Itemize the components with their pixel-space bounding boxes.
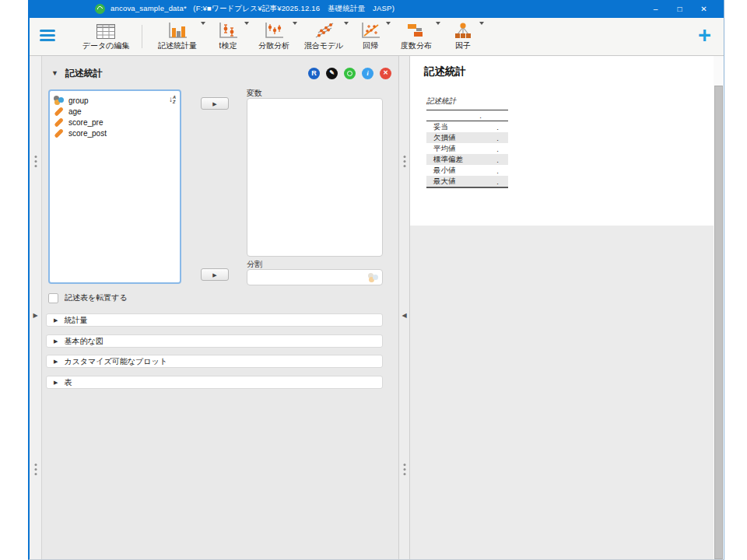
section-label: 統計量 xyxy=(64,315,87,326)
row-label: 欠損値 xyxy=(433,133,456,143)
arrow-right-icon: ▶ xyxy=(212,272,216,278)
jasp-window: ancova_sample_data* (F:¥■ワードプレス¥記事¥2025.… xyxy=(28,0,724,560)
collapse-left-icon[interactable]: ◀ xyxy=(402,313,406,319)
window-title: ancova_sample_data* (F:¥■ワードプレス¥記事¥2025.… xyxy=(110,4,395,14)
nominal-variable-icon xyxy=(368,273,378,282)
dropdown-caret-icon xyxy=(293,22,297,25)
add-analysis-button[interactable]: + xyxy=(698,24,711,50)
transpose-checkbox[interactable] xyxy=(48,293,58,303)
transpose-option[interactable]: 記述表を転置する xyxy=(48,292,128,303)
toolbar-item-anova[interactable]: 分散分析 xyxy=(250,18,298,55)
expand-right-icon: ▶ xyxy=(54,359,58,364)
drag-handle-icon[interactable] xyxy=(34,156,37,167)
section-statistics[interactable]: ▶ 統計量 xyxy=(46,313,383,327)
variable-name: score_post xyxy=(68,129,107,138)
toolbar-item-regression[interactable]: 回帰 xyxy=(349,18,391,55)
section-basic-plots[interactable]: ▶ 基本的な図 xyxy=(46,334,383,348)
row-value: . xyxy=(496,156,499,164)
toolbar-item-factor[interactable]: 因子 xyxy=(441,18,485,55)
variable-item[interactable]: score_post xyxy=(54,128,176,138)
dropdown-caret-icon xyxy=(386,22,391,25)
toolbar-label: 記述統計量 xyxy=(158,40,197,51)
title-bar: ancova_sample_data* (F:¥■ワードプレス¥記事¥2025.… xyxy=(30,0,724,18)
scrollbar-thumb[interactable] xyxy=(714,86,723,559)
table-row: 最大値 . xyxy=(426,176,508,187)
left-edge-strip: ▶ xyxy=(30,56,42,559)
toolbar-item-descriptives[interactable]: 記述統計量 xyxy=(149,18,206,55)
analysis-header-icons: R ✎ i ✕ xyxy=(308,68,391,79)
row-value: . xyxy=(496,123,499,131)
r-syntax-icon[interactable]: R xyxy=(308,68,320,79)
duplicate-analysis-icon[interactable] xyxy=(344,68,356,79)
section-label: 表 xyxy=(64,377,72,388)
assign-split-button[interactable]: ▶ xyxy=(201,268,229,281)
table-row: 妥当 . xyxy=(426,121,508,132)
regression-icon xyxy=(360,21,381,39)
split-target-box[interactable] xyxy=(247,269,383,285)
analysis-header[interactable]: ▼ 記述統計 R ✎ i ✕ xyxy=(51,66,391,80)
variables-label: 変数 xyxy=(247,88,262,99)
row-label: 最小値 xyxy=(433,166,456,176)
maximize-button[interactable]: □ xyxy=(668,0,692,18)
descriptives-table: 記述統計 . 妥当 . 欠損値 . 平均 xyxy=(426,96,508,188)
panel-splitter[interactable]: ◀ xyxy=(398,56,410,559)
section-label: 基本的な図 xyxy=(64,336,103,347)
info-icon[interactable]: i xyxy=(362,68,374,79)
table-row: 最小値 . xyxy=(426,165,508,176)
main-area: ▶ ▼ 記述統計 R ✎ i ✕ group xyxy=(30,56,724,559)
row-value: . xyxy=(496,134,499,142)
nominal-variable-icon xyxy=(54,96,64,105)
analysis-options-panel: ▼ 記述統計 R ✎ i ✕ group age xyxy=(42,56,398,559)
toolbar-label: 混合モデル xyxy=(304,40,344,51)
row-value: . xyxy=(496,166,499,175)
toolbar-item-mixed-models[interactable]: 混合モデル xyxy=(298,18,349,55)
drag-handle-icon[interactable] xyxy=(403,464,405,475)
toolbar-label: データの編集 xyxy=(82,40,130,51)
dropdown-caret-icon xyxy=(244,22,249,25)
variable-item[interactable]: group xyxy=(54,95,176,106)
expand-right-icon: ▶ xyxy=(54,338,58,344)
expand-right-icon: ▶ xyxy=(54,317,58,323)
variable-item[interactable]: score_pre xyxy=(54,117,176,128)
expand-right-icon[interactable]: ▶ xyxy=(33,313,37,319)
toolbar-item-ttest[interactable]: t検定 xyxy=(206,18,250,55)
variable-name: group xyxy=(68,96,89,105)
drag-handle-icon[interactable] xyxy=(34,464,37,475)
table-row: 平均値 . xyxy=(426,143,508,154)
scale-variable-icon xyxy=(54,107,64,116)
table-title: 記述統計 xyxy=(426,96,508,107)
expand-right-icon: ▶ xyxy=(54,380,58,385)
anova-icon xyxy=(264,21,284,39)
window-controls: – □ ✕ xyxy=(644,0,716,18)
mixed-models-icon xyxy=(314,21,334,39)
scale-variable-icon xyxy=(54,117,64,127)
table-row: 欠損値 . xyxy=(426,132,508,143)
toolbar-item-frequencies[interactable]: 度数分布 xyxy=(391,18,441,55)
sort-variables-icon[interactable]: ↓ AZ xyxy=(169,95,176,104)
collapse-triangle-icon[interactable]: ▼ xyxy=(51,69,58,77)
section-customizable-plots[interactable]: ▶ カスタマイズ可能なプロット xyxy=(46,355,383,368)
dropdown-caret-icon xyxy=(436,22,440,25)
transpose-checkbox-label: 記述表を転置する xyxy=(65,292,128,303)
toolbar-item-edit-data[interactable]: データの編集 xyxy=(76,18,135,55)
close-analysis-icon[interactable]: ✕ xyxy=(380,68,391,79)
available-variables-list[interactable]: group age score_pre score_post ↓ AZ xyxy=(48,89,181,284)
jasp-app-icon xyxy=(95,4,105,14)
toolbar-separator xyxy=(142,25,142,48)
minimize-button[interactable]: – xyxy=(644,0,668,18)
section-tables[interactable]: ▶ 表 xyxy=(46,376,383,389)
results-scrollbar[interactable] xyxy=(714,56,724,559)
variable-item[interactable]: age xyxy=(54,106,176,117)
variable-name: age xyxy=(68,107,82,116)
hamburger-menu-icon[interactable] xyxy=(40,30,55,42)
results-panel: 記述統計 記述統計 . 妥当 . 欠損値 . xyxy=(410,56,724,559)
assign-variables-button[interactable]: ▶ xyxy=(201,97,229,110)
dropdown-caret-icon xyxy=(201,22,205,25)
close-button[interactable]: ✕ xyxy=(692,0,716,18)
drag-handle-icon[interactable] xyxy=(403,156,405,167)
row-label: 最大値 xyxy=(433,177,456,187)
variables-target-box[interactable] xyxy=(247,98,383,257)
edit-title-icon[interactable]: ✎ xyxy=(326,68,338,79)
arrow-right-icon: ▶ xyxy=(212,101,216,107)
t-test-icon xyxy=(218,21,238,39)
